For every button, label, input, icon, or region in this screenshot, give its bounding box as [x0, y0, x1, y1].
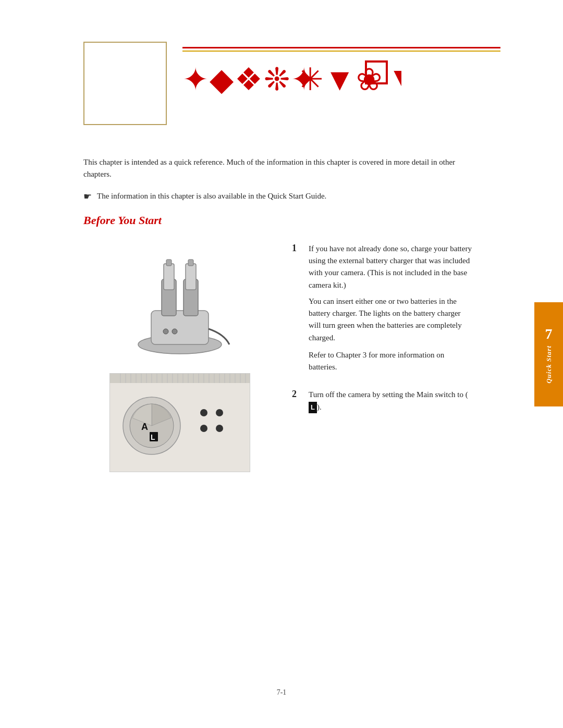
- header-line-mid: [182, 51, 500, 52]
- svg-text:▼: ▼: [388, 61, 401, 94]
- svg-text:L: L: [151, 433, 155, 441]
- svg-rect-10: [166, 260, 172, 266]
- section-title: Before You Start: [83, 214, 474, 227]
- numbered-item-2: 2 Turn off the camera by setting the Mai…: [292, 389, 474, 413]
- svg-point-23: [200, 425, 207, 432]
- svg-point-12: [163, 329, 168, 334]
- svg-text:A: A: [141, 422, 148, 432]
- item1-sub-text-1: You can insert either one or two batteri…: [309, 295, 474, 344]
- item2-main-text: Turn off the camera by setting the Main …: [309, 389, 474, 413]
- item1-sub-text-2: Refer to Chapter 3 for more information …: [309, 349, 474, 374]
- header-symbols: ✦◆❖❊✦ ✳▼❀ ▼: [182, 59, 500, 100]
- svg-point-13: [172, 329, 177, 334]
- charger-illustration: [120, 248, 240, 357]
- header-right: ✦◆❖❊✦ ✳▼❀ ▼: [182, 42, 500, 100]
- header-logo-box: [83, 42, 167, 125]
- side-tab: 7 Quick Start: [534, 302, 563, 406]
- right-col: 1 If you have not already done so, charg…: [276, 243, 474, 472]
- svg-rect-8: [164, 264, 174, 290]
- header-lines: [182, 47, 500, 52]
- header-area: ✦◆❖❊✦ ✳▼❀ ▼: [83, 42, 500, 130]
- item1-number: 1: [292, 243, 302, 254]
- item2-number: 2: [292, 389, 302, 400]
- page-container: ✦◆❖❊✦ ✳▼❀ ▼ This chapter is intended as …: [0, 0, 563, 728]
- side-tab-label: Quick Start: [545, 346, 553, 384]
- left-col: A L L: [83, 243, 276, 472]
- svg-rect-9: [186, 264, 196, 290]
- item1-header: 1 If you have not already done so, charg…: [292, 243, 474, 291]
- svg-rect-5: [151, 311, 209, 344]
- main-content: This chapter is intended as a quick refe…: [83, 156, 474, 472]
- item2-header: 2 Turn off the camera by setting the Mai…: [292, 389, 474, 413]
- svg-rect-11: [188, 260, 193, 266]
- note-text: The information in this chapter is also …: [97, 190, 326, 202]
- note-item: ☛ The information in this chapter is als…: [83, 190, 474, 202]
- svg-point-24: [216, 425, 223, 432]
- switch-illustration: A L L: [109, 373, 250, 472]
- page-number: 7-1: [277, 688, 287, 697]
- note-bullet-icon: ☛: [83, 191, 92, 202]
- item1-main-text: If you have not already done so, charge …: [309, 243, 474, 291]
- two-col-section: A L L: [83, 243, 474, 472]
- intro-paragraph: This chapter is intended as a quick refe…: [83, 156, 474, 181]
- svg-text:✳▼❀: ✳▼❀: [297, 62, 383, 95]
- svg-point-21: [200, 409, 207, 416]
- header-line-top: [182, 47, 500, 48]
- numbered-item-1: 1 If you have not already done so, charg…: [292, 243, 474, 374]
- switch-label-icon: L: [309, 402, 317, 413]
- side-tab-number: 7: [545, 326, 553, 342]
- svg-point-22: [216, 409, 223, 416]
